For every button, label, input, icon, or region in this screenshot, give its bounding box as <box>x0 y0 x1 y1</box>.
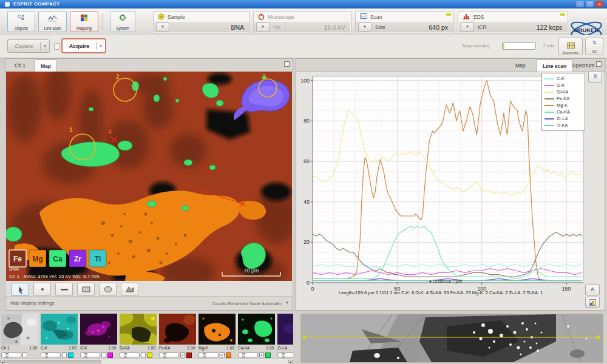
visibility-checkbox[interactable] <box>141 352 146 357</box>
titlebar: ESPRIT COMPACT — ❐ ✕ <box>0 0 607 8</box>
mapping-button[interactable]: Mapping <box>70 11 98 32</box>
color-chip[interactable] <box>226 352 231 358</box>
visibility-checkbox[interactable]: ✓ <box>180 352 185 357</box>
color-chip[interactable] <box>107 352 113 358</box>
export-chart-button[interactable] <box>585 297 600 308</box>
color-chip[interactable] <box>68 352 73 358</box>
opacity-slider[interactable] <box>198 352 219 357</box>
map-display-settings-bar[interactable]: Map display settings Counts Enhanced Non… <box>5 296 293 310</box>
acquire-chevron-icon[interactable]: ▼ <box>97 44 105 48</box>
tab-map-view[interactable]: Map <box>510 59 531 72</box>
minimize-button[interactable]: — <box>576 1 584 7</box>
opacity-slider[interactable] <box>1 352 21 357</box>
visibility-checkbox[interactable]: ✓ <box>259 352 264 357</box>
thumbnail-mgk-image[interactable] <box>198 314 236 345</box>
line-scan-button[interactable]: Line scan <box>38 11 67 32</box>
thumbnail-mgk[interactable]: Mg-K1.00 ✓ <box>198 314 236 359</box>
thumbnail-ch1[interactable]: Ch 11.00 <box>1 314 38 359</box>
thumbnail-ck-image[interactable] <box>41 314 78 345</box>
tab-spectrum[interactable]: Spectrum <box>567 59 600 72</box>
thumbnail-zrla[interactable]: Zr-LA ✓ <box>277 314 293 359</box>
acquire-button[interactable]: Acquire ▼ <box>61 38 106 53</box>
legend-label: Fe-KA <box>557 96 569 101</box>
map-element-legend: FeMgCaZrTi <box>9 250 106 267</box>
thumbnail-zrla-image[interactable] <box>277 314 293 345</box>
visibility-checkbox[interactable] <box>22 352 27 357</box>
eds-param: ICR <box>478 24 487 30</box>
io-button[interactable]: ⇅ I/O <box>585 38 603 55</box>
scrollbar-thumb[interactable] <box>5 360 101 363</box>
sample-dropdown-chevron[interactable]: ▼ <box>156 22 169 32</box>
objects-button[interactable]: Objects <box>7 11 35 32</box>
thumbnail-ok-image[interactable] <box>80 314 117 345</box>
legend-label: Zr-LA <box>557 116 568 121</box>
map-scalebar-label: 70 µm <box>243 268 259 274</box>
line-tool-button[interactable] <box>55 283 73 296</box>
scroll-left-icon[interactable]: ◄ <box>0 360 5 363</box>
thumbnail-sika-image[interactable] <box>120 314 157 345</box>
thumbnail-ck[interactable]: C-K1.00 <box>41 314 78 359</box>
map-display-settings-chevron-icon[interactable]: ▼ <box>285 301 289 305</box>
color-chip[interactable] <box>186 352 192 358</box>
element-map-image[interactable]: 1 2 3 4 FeMgCaZrTi 70 µm BNA Ch 1 - MAG:… <box>6 72 292 281</box>
color-chip[interactable] <box>147 352 152 358</box>
opacity-slider[interactable] <box>238 352 258 357</box>
thumbnail-sika[interactable]: Si-KA1.00 <box>120 314 157 359</box>
opacity-slider[interactable] <box>159 352 179 357</box>
map-panel-maximize-icon[interactable] <box>284 61 290 67</box>
close-button[interactable]: ✕ <box>595 1 603 7</box>
thumbnail-caka-image[interactable] <box>238 314 275 345</box>
linescan-panel-maximize-icon[interactable] <box>596 61 602 67</box>
tab-map[interactable]: Map <box>35 59 57 72</box>
map-marker-4: 4 <box>108 129 112 135</box>
legend-line-swatch <box>544 125 554 126</box>
point-tool-button[interactable] <box>33 283 51 296</box>
thumbnail-scrollbar[interactable]: ◄ ► <box>0 359 293 364</box>
rectangle-tool-button[interactable] <box>77 283 95 296</box>
visibility-checkbox[interactable] <box>62 352 67 357</box>
legend-label: Si-KA <box>557 89 568 95</box>
capture-button[interactable]: Capture ▼ <box>7 39 50 53</box>
thumbnail-ch1-image[interactable] <box>1 314 38 345</box>
legend-line-swatch <box>544 85 554 86</box>
map-legend-chip-label: Mg <box>32 255 42 263</box>
sem-image[interactable] <box>300 314 603 363</box>
y-tick-label: 40 <box>304 199 310 205</box>
chart-settings-button[interactable]: ⇅ <box>588 71 602 83</box>
microscope-icon <box>258 13 265 21</box>
app-icon <box>5 2 10 7</box>
opacity-slider[interactable] <box>277 352 293 357</box>
ellipse-tool-button[interactable] <box>99 283 117 296</box>
microscope-dropdown-chevron[interactable]: ▼ <box>256 22 270 32</box>
thumbnail-label: Fe-KA <box>159 346 170 350</box>
eds-dropdown-chevron[interactable]: ▼ <box>461 22 474 32</box>
autoscale-button[interactable]: A <box>585 285 600 295</box>
thumbnail-feka[interactable]: Fe-KA1.00 ✓ <box>159 314 196 359</box>
thumbnail-ok[interactable]: O-K1.00 <box>80 314 117 359</box>
acquire-label: Acquire <box>63 43 96 49</box>
visibility-checkbox[interactable]: ✓ <box>220 352 225 357</box>
polygon-tool-button[interactable] <box>121 283 138 296</box>
linescan-status-line: Length=159.6 µm 2 1111.1 nm C-K: 8 O-K: … <box>339 290 543 295</box>
maximize-button[interactable]: ❐ <box>586 1 594 7</box>
scan-dropdown-chevron[interactable]: ▼ <box>358 22 371 32</box>
capture-chevron-icon[interactable]: ▼ <box>41 44 49 48</box>
elements-button[interactable]: Elements <box>558 38 583 55</box>
map-legend-chip-label: Fe <box>13 255 22 263</box>
scroll-right-icon[interactable]: ► <box>288 360 293 363</box>
thumbnail-caka[interactable]: Ca-KA1.00 ✓ <box>238 314 275 359</box>
system-button[interactable]: System <box>110 11 135 32</box>
map-legend-chip-label: Ca <box>53 255 63 263</box>
opacity-slider[interactable] <box>80 352 100 357</box>
sample-title: Sample <box>168 14 185 20</box>
map-progress-fill <box>503 43 504 49</box>
opacity-slider[interactable] <box>41 352 61 357</box>
color-chip[interactable] <box>265 352 271 358</box>
tab-ch1[interactable]: Ch 1 <box>9 59 31 72</box>
thumbnail-feka-image[interactable] <box>159 314 196 345</box>
periodic-table-icon <box>567 40 575 51</box>
mapping-icon <box>80 13 88 24</box>
opacity-slider[interactable] <box>120 352 140 357</box>
pointer-tool-button[interactable] <box>12 283 29 296</box>
visibility-checkbox[interactable] <box>101 352 106 357</box>
